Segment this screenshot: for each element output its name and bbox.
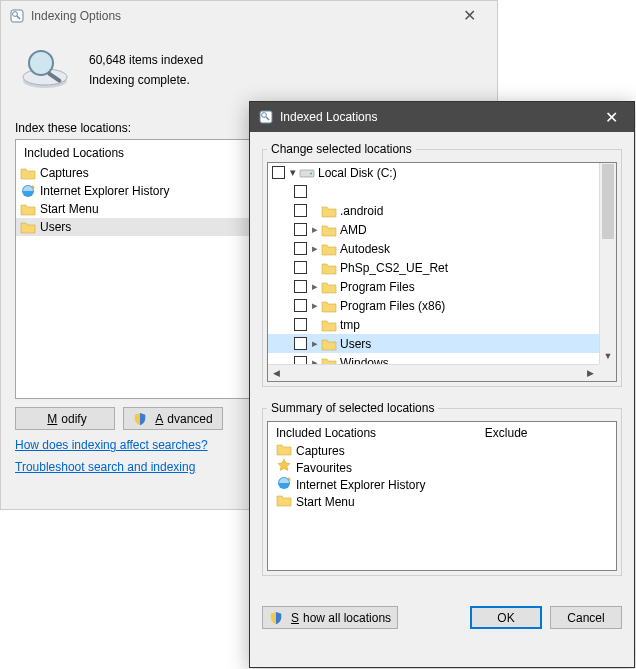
- folder-icon: [20, 165, 36, 181]
- tree-label: AMD: [340, 223, 367, 237]
- tree-row[interactable]: ▸AMD: [268, 220, 599, 239]
- tree-checkbox[interactable]: [294, 299, 307, 312]
- indexed-locations-window: Indexed Locations ✕ Change selected loca…: [249, 101, 635, 668]
- indexing-options-title: Indexing Options: [31, 9, 449, 23]
- summary-row[interactable]: Favourites: [276, 459, 469, 476]
- folder-icon: [276, 492, 292, 511]
- tree-row[interactable]: ▾Local Disk (C:): [268, 163, 599, 182]
- folder-icon: [20, 201, 36, 217]
- indexing-options-titlebar[interactable]: Indexing Options ✕: [1, 1, 497, 31]
- location-label: Start Menu: [40, 202, 99, 216]
- tree-label: Users: [340, 337, 371, 351]
- tree-label: tmp: [340, 318, 360, 332]
- show-all-locations-button[interactable]: Show all locations: [262, 606, 398, 629]
- indexing-icon: [9, 8, 25, 24]
- folder-icon: [321, 203, 337, 219]
- change-locations-legend: Change selected locations: [267, 142, 416, 156]
- summary-legend: Summary of selected locations: [267, 401, 438, 415]
- close-button[interactable]: ✕: [449, 8, 489, 24]
- tree-checkbox[interactable]: [294, 223, 307, 236]
- scroll-thumb[interactable]: [602, 164, 614, 239]
- folder-icon: [321, 241, 337, 257]
- expand-arrow-icon[interactable]: ▾: [287, 166, 299, 179]
- shield-icon: [133, 412, 147, 426]
- change-locations-group: Change selected locations ▾Local Disk (C…: [262, 142, 622, 387]
- summary-list[interactable]: Included Locations CapturesFavouritesInt…: [267, 421, 617, 571]
- shield-icon: [269, 611, 283, 625]
- tree-checkbox[interactable]: [294, 242, 307, 255]
- tree-checkbox[interactable]: [294, 337, 307, 350]
- expand-arrow-icon[interactable]: ▸: [309, 223, 321, 236]
- tree-label: Autodesk: [340, 242, 390, 256]
- tree-label: Program Files: [340, 280, 415, 294]
- tree-label: Program Files (x86): [340, 299, 445, 313]
- indexing-status-text: Indexing complete.: [89, 73, 203, 87]
- tree-checkbox[interactable]: [294, 204, 307, 217]
- tree-checkbox[interactable]: [272, 166, 285, 179]
- expand-arrow-icon[interactable]: ▸: [309, 242, 321, 255]
- tree-row[interactable]: ▸Program Files: [268, 277, 599, 296]
- exclude-header: Exclude: [485, 426, 528, 440]
- scroll-corner: [599, 364, 616, 381]
- scroll-right-button[interactable]: ▶: [582, 365, 599, 381]
- tree-row[interactable]: tmp: [268, 315, 599, 334]
- location-label: Users: [40, 220, 71, 234]
- folder-icon: [321, 298, 337, 314]
- cancel-button[interactable]: Cancel: [550, 606, 622, 629]
- modify-button[interactable]: Modify: [15, 407, 115, 430]
- tree-label: PhSp_CS2_UE_Ret: [340, 261, 448, 275]
- location-label: Internet Explorer History: [40, 184, 169, 198]
- tree-checkbox[interactable]: [294, 185, 307, 198]
- summary-label: Internet Explorer History: [296, 478, 425, 492]
- scroll-down-button[interactable]: ▼: [600, 347, 616, 364]
- tree-checkbox[interactable]: [294, 261, 307, 274]
- location-label: Captures: [40, 166, 89, 180]
- summary-row[interactable]: Start Menu: [276, 493, 469, 510]
- tree-row[interactable]: ▸Program Files (x86): [268, 296, 599, 315]
- scroll-left-button[interactable]: ◀: [268, 365, 285, 381]
- magnifier-icon: [15, 43, 75, 93]
- indexed-locations-titlebar[interactable]: Indexed Locations ✕: [250, 102, 634, 132]
- summary-group: Summary of selected locations Included L…: [262, 401, 622, 576]
- tree-checkbox[interactable]: [294, 280, 307, 293]
- folder-icon: [20, 219, 36, 235]
- tree-row[interactable]: [268, 182, 599, 201]
- close-button[interactable]: ✕: [588, 102, 634, 132]
- indexing-icon: [258, 109, 274, 125]
- tree-label: .android: [340, 204, 383, 218]
- folder-icon: [321, 317, 337, 333]
- tree-row[interactable]: ▸Users: [268, 334, 599, 353]
- spacer-icon: [321, 184, 337, 200]
- indexed-locations-title: Indexed Locations: [280, 110, 588, 124]
- locations-tree[interactable]: ▾Local Disk (C:).android▸AMD▸AutodeskPhS…: [267, 162, 617, 382]
- summary-label: Favourites: [296, 461, 352, 475]
- folder-icon: [321, 260, 337, 276]
- tree-row[interactable]: PhSp_CS2_UE_Ret: [268, 258, 599, 277]
- expand-arrow-icon[interactable]: ▸: [309, 280, 321, 293]
- folder-icon: [321, 336, 337, 352]
- expand-arrow-icon[interactable]: ▸: [309, 299, 321, 312]
- vertical-scrollbar[interactable]: ▲ ▼: [599, 163, 616, 364]
- tree-label: Local Disk (C:): [318, 166, 397, 180]
- tree-row[interactable]: ▸Autodesk: [268, 239, 599, 258]
- items-indexed-text: 60,648 items indexed: [89, 53, 203, 67]
- included-header: Included Locations: [276, 426, 469, 440]
- expand-arrow-icon[interactable]: ▸: [309, 337, 321, 350]
- horizontal-scrollbar[interactable]: ◀ ▶: [268, 364, 599, 381]
- ok-button[interactable]: OK: [470, 606, 542, 629]
- summary-row[interactable]: Captures: [276, 442, 469, 459]
- folder-icon: [321, 279, 337, 295]
- tree-checkbox[interactable]: [294, 318, 307, 331]
- tree-row[interactable]: .android: [268, 201, 599, 220]
- advanced-button[interactable]: Advanced: [123, 407, 223, 430]
- summary-row[interactable]: Internet Explorer History: [276, 476, 469, 493]
- folder-icon: [321, 222, 337, 238]
- drive-icon: [299, 165, 315, 181]
- summary-label: Captures: [296, 444, 345, 458]
- summary-label: Start Menu: [296, 495, 355, 509]
- ie-icon: [20, 183, 36, 199]
